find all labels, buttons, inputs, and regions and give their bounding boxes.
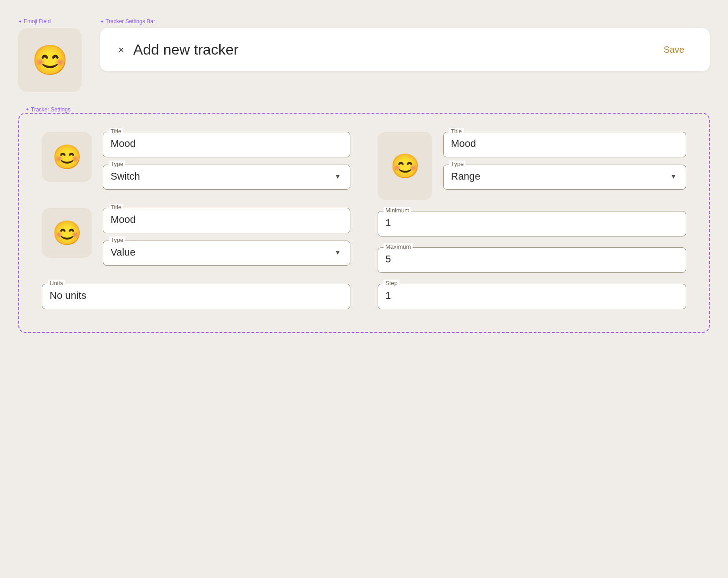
tracker-item-value: 😊 Title Type Switch Value: [42, 208, 350, 266]
right-column: 😊 Title Type Switch Value: [378, 132, 686, 309]
maximum-label: Maximum: [384, 243, 413, 250]
switch-type-select-wrapper: Switch Value Range ▼: [111, 169, 343, 184]
switch-type-label: Type: [109, 161, 125, 167]
tracker-settings-bar-section: Tracker Settings Bar × Add new tracker S…: [100, 18, 710, 71]
switch-fields: Title Type Switch Value Range: [103, 132, 350, 190]
value-type-select[interactable]: Switch Value Range: [111, 245, 343, 260]
emoji-value: 😊: [52, 219, 82, 247]
emoji-card-value[interactable]: 😊: [42, 208, 92, 258]
range-fields: Title Type Switch Value Range: [443, 132, 686, 190]
units-field: Units: [42, 284, 350, 309]
tracker-bar-title: Add new tracker: [133, 41, 647, 58]
emoji-card-range[interactable]: 😊: [378, 132, 432, 200]
switch-title-field: Title: [103, 132, 350, 157]
emoji-field-emoji: 😊: [32, 43, 68, 77]
emoji-switch: 😊: [52, 143, 82, 171]
tracker-settings-box: 😊 Title Type Switch Value: [18, 113, 710, 333]
value-title-label: Title: [109, 204, 123, 211]
step-field: Step: [378, 284, 686, 309]
range-title-input[interactable]: [451, 136, 678, 151]
left-column: 😊 Title Type Switch Value: [42, 132, 350, 309]
range-type-label: Type: [449, 161, 465, 167]
switch-title-label: Title: [109, 128, 123, 135]
emoji-range: 😊: [390, 152, 420, 180]
maximum-input[interactable]: [385, 251, 678, 267]
minimum-input[interactable]: [385, 215, 678, 231]
value-fields: Title Type Switch Value Range: [103, 208, 350, 266]
units-label: Units: [48, 280, 65, 286]
emoji-field-label: Emoji Field: [18, 18, 82, 25]
tracker-settings-label: Tracker Settings: [24, 106, 72, 113]
tracker-item-switch: 😊 Title Type Switch Value: [42, 132, 350, 190]
range-title-label: Title: [449, 128, 464, 135]
range-type-field: Type Switch Value Range ▼: [443, 165, 686, 190]
range-type-select-wrapper: Switch Value Range ▼: [451, 169, 678, 184]
close-icon[interactable]: ×: [118, 44, 124, 56]
settings-grid: 😊 Title Type Switch Value: [42, 132, 686, 309]
value-title-input[interactable]: [111, 212, 343, 227]
tracker-settings-section: Tracker Settings 😊 Title Ty: [18, 105, 710, 333]
step-input[interactable]: [385, 288, 678, 303]
switch-title-input[interactable]: [111, 136, 343, 151]
minimum-label: Minimum: [384, 207, 411, 214]
maximum-field: Maximum: [378, 247, 686, 273]
value-type-select-wrapper: Switch Value Range ▼: [111, 245, 343, 260]
emoji-field-card[interactable]: 😊: [18, 28, 82, 92]
tracker-bar-label: Tracker Settings Bar: [100, 18, 710, 25]
value-type-field: Type Switch Value Range ▼: [103, 241, 350, 266]
minimum-field: Minimum: [378, 211, 686, 236]
units-input[interactable]: [50, 288, 343, 303]
switch-type-field: Type Switch Value Range ▼: [103, 165, 350, 190]
emoji-card-switch[interactable]: 😊: [42, 132, 92, 182]
range-title-field: Title: [443, 132, 686, 157]
value-type-label: Type: [109, 236, 125, 243]
tracker-bar: × Add new tracker Save: [100, 28, 710, 71]
value-title-field: Title: [103, 208, 350, 233]
step-label: Step: [384, 280, 399, 286]
save-button[interactable]: Save: [656, 41, 692, 59]
range-type-select[interactable]: Switch Value Range: [451, 169, 678, 184]
switch-type-select[interactable]: Switch Value Range: [111, 169, 343, 184]
tracker-item-range: 😊 Title Type Switch Value: [378, 132, 686, 200]
